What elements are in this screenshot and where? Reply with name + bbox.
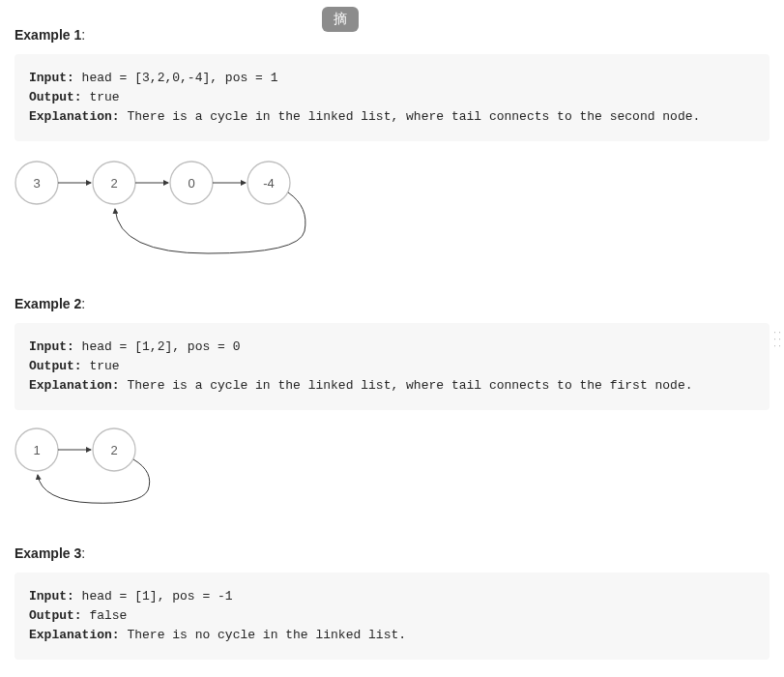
drag-handle-icon[interactable]: ······ [773,329,783,349]
content-scroll[interactable]: Example 1 Input: head = [3,2,0,-4], pos … [0,0,784,677]
node-value: 1 [33,443,40,457]
example-title: Example 2 [15,296,769,311]
example-title: Example 3 [15,545,769,561]
input-value: head = [1,2], pos = 0 [74,339,241,354]
code-block: Input: head = [1,2], pos = 0 Output: tru… [15,323,769,410]
summary-button[interactable]: 摘 [322,7,359,32]
input-label: Input: [29,589,74,603]
node-value: -4 [263,176,275,191]
code-block: Input: head = [3,2,0,-4], pos = 1 Output… [15,54,769,141]
input-value: head = [1], pos = -1 [74,589,233,603]
output-value: true [82,90,120,104]
explanation-label: Explanation: [29,378,120,393]
node-value: 2 [110,176,117,191]
node-value: 2 [110,443,117,457]
linked-list-diagram: 3 2 0 -4 [15,159,769,269]
output-label: Output: [29,608,82,623]
input-value: head = [3,2,0,-4], pos = 1 [74,71,278,85]
code-block: Input: head = [1], pos = -1 Output: fals… [15,573,769,660]
output-value: false [82,608,128,623]
example-title: Example 1 [15,27,769,43]
explanation-value: There is a cycle in the linked list, whe… [120,109,701,124]
output-label: Output: [29,90,82,104]
output-value: true [82,359,120,373]
explanation-value: There is no cycle in the linked list. [120,628,406,642]
input-label: Input: [29,71,74,85]
input-label: Input: [29,339,74,354]
explanation-label: Explanation: [29,109,120,124]
linked-list-diagram: 1 2 [15,427,769,518]
node-value: 0 [188,176,194,191]
output-label: Output: [29,359,82,373]
explanation-label: Explanation: [29,628,120,642]
explanation-value: There is a cycle in the linked list, whe… [120,378,693,393]
node-value: 3 [33,176,40,191]
